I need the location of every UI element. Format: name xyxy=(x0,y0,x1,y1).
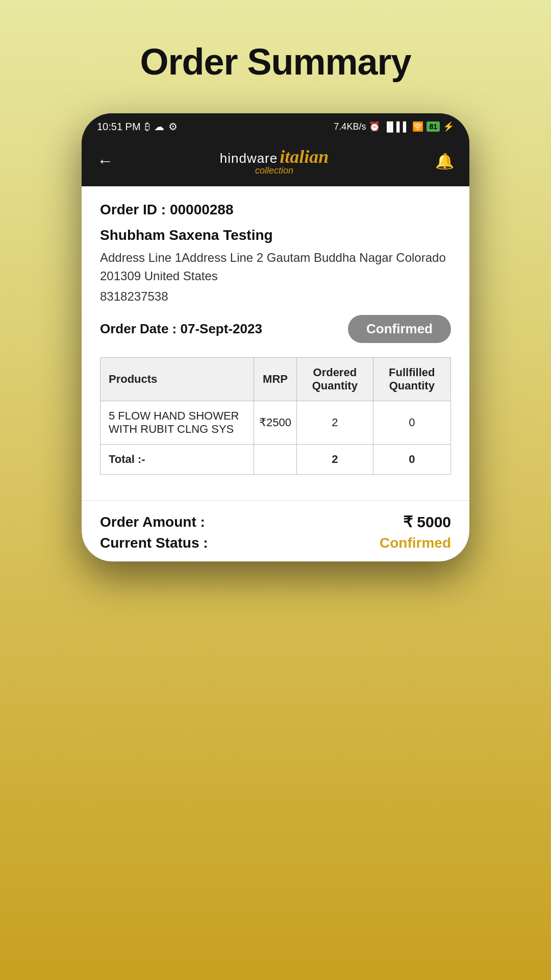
customer-name: Shubham Saxena Testing xyxy=(100,227,451,243)
back-button[interactable]: ← xyxy=(97,152,113,170)
order-amount-label: Order Amount : xyxy=(100,514,205,530)
order-status-badge: Confirmed xyxy=(348,315,451,343)
brand-italian-text: italian xyxy=(280,146,329,167)
settings-icon: ⚙ xyxy=(168,120,178,133)
app-content: Order ID : 00000288 Shubham Saxena Testi… xyxy=(82,186,469,500)
order-amount-row: Order Amount : ₹ 5000 xyxy=(100,513,451,531)
bottom-bar: Order Amount : ₹ 5000 Current Status : C… xyxy=(82,500,469,561)
order-date: Order Date : 07-Sept-2023 xyxy=(100,321,262,337)
bitcoin-icon: ₿ xyxy=(145,121,150,133)
col-header-fulfilled-qty: Fullfilled Quantity xyxy=(373,358,450,401)
product-name-cell: 5 FLOW HAND SHOWER WITH RUBIT CLNG SYS xyxy=(101,401,254,445)
current-status-row: Current Status : Confirmed xyxy=(100,535,451,551)
total-ordered-cell: 2 xyxy=(297,445,373,475)
col-header-ordered-qty: Ordered Quantity xyxy=(297,358,373,401)
customer-address: Address Line 1Address Line 2 Gautam Budd… xyxy=(100,249,451,285)
order-date-row: Order Date : 07-Sept-2023 Confirmed xyxy=(100,315,451,343)
table-header-row: Products MRP Ordered Quantity Fullfilled… xyxy=(101,358,451,401)
status-bar: 10:51 PM ₿ ☁ ⚙ 7.4KB/s ⏰ ▐▌▌▌ 🛜 81 ⚡ xyxy=(82,113,469,138)
table-row: 5 FLOW HAND SHOWER WITH RUBIT CLNG SYS ₹… xyxy=(101,401,451,445)
page-title: Order Summary xyxy=(140,41,411,83)
signal-icon: ▐▌▌▌ xyxy=(383,121,409,132)
brand-collection-text: collection xyxy=(255,165,293,176)
col-header-products: Products xyxy=(101,358,254,401)
table-total-row: Total :- 2 0 xyxy=(101,445,451,475)
battery-indicator: 81 xyxy=(427,121,440,132)
brand-logo: hindware italian collection xyxy=(220,146,329,176)
order-id: Order ID : 00000288 xyxy=(100,202,451,218)
status-bar-left: 10:51 PM ₿ ☁ ⚙ xyxy=(97,120,178,133)
network-speed: 7.4KB/s xyxy=(334,121,366,132)
product-fulfilled-qty-cell: 0 xyxy=(373,401,450,445)
total-mrp-cell xyxy=(254,445,297,475)
total-fulfilled-cell: 0 xyxy=(373,445,450,475)
col-header-mrp: MRP xyxy=(254,358,297,401)
cloud-icon: ☁ xyxy=(154,120,164,133)
current-status-label: Current Status : xyxy=(100,535,208,551)
notification-icon[interactable]: 🔔 xyxy=(435,152,454,170)
time-display: 10:51 PM xyxy=(97,121,141,133)
phone-frame: 10:51 PM ₿ ☁ ⚙ 7.4KB/s ⏰ ▐▌▌▌ 🛜 81 ⚡ ← h… xyxy=(82,113,469,561)
order-amount-value: ₹ 5000 xyxy=(403,513,451,531)
charging-icon: ⚡ xyxy=(443,121,454,132)
customer-phone: 8318237538 xyxy=(100,289,451,304)
product-ordered-qty-cell: 2 xyxy=(297,401,373,445)
product-mrp-cell: ₹2500 xyxy=(254,401,297,445)
total-label-cell: Total :- xyxy=(101,445,254,475)
brand-hindware-text: hindware xyxy=(220,151,278,166)
current-status-value: Confirmed xyxy=(380,535,451,551)
wifi-icon: 🛜 xyxy=(412,121,423,132)
app-bar: ← hindware italian collection 🔔 xyxy=(82,138,469,186)
products-table: Products MRP Ordered Quantity Fullfilled… xyxy=(100,357,451,475)
alarm-icon: ⏰ xyxy=(369,121,380,132)
status-bar-right: 7.4KB/s ⏰ ▐▌▌▌ 🛜 81 ⚡ xyxy=(334,121,454,132)
